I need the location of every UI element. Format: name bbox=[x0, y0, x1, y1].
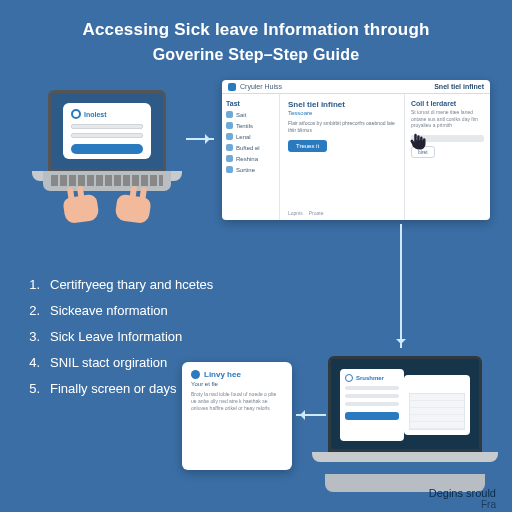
menu-icon bbox=[226, 111, 233, 118]
laptop-screen: Inolest bbox=[48, 90, 166, 172]
infocard-heading: Linvy hee bbox=[191, 370, 283, 379]
menu-icon bbox=[226, 133, 233, 140]
page-title: Accessing Sick leave Information through bbox=[0, 0, 512, 46]
step-5-laptop: Srushmer bbox=[312, 356, 498, 484]
laptop2-screen: Srushmer bbox=[328, 356, 482, 452]
menu-icon bbox=[226, 122, 233, 129]
brand-logo: Inolest bbox=[71, 109, 107, 119]
main-heading: Snel tiel infinet bbox=[288, 100, 396, 109]
portal-main: Snel tiel infinet Tessoare Flair atfocos… bbox=[280, 94, 404, 220]
text-line bbox=[345, 386, 399, 390]
sidebar-item[interactable]: Reshina bbox=[226, 155, 275, 162]
hand-cursor-icon bbox=[408, 132, 428, 152]
app-icon bbox=[228, 83, 236, 91]
sidebar-item[interactable]: Sortine bbox=[226, 166, 275, 173]
main-paragraph: Flair atfocos by smbirbit phrecorfrs oae… bbox=[288, 120, 396, 134]
login-button[interactable] bbox=[71, 144, 143, 154]
sidebar-item[interactable]: Bufted el bbox=[226, 144, 275, 151]
footer-caption: Degins srould Fra bbox=[429, 487, 496, 510]
right-heading: Coil t lerdaret bbox=[411, 100, 484, 107]
menu-icon bbox=[226, 166, 233, 173]
main-sublink[interactable]: Tessoare bbox=[288, 110, 396, 116]
infocard-sub: Your et fle bbox=[191, 381, 283, 387]
arrow-down-icon bbox=[400, 224, 402, 348]
username-field[interactable] bbox=[71, 124, 143, 129]
text-line bbox=[345, 402, 399, 406]
sidebar-item[interactable]: Tentils bbox=[226, 122, 275, 129]
text-line bbox=[345, 394, 399, 398]
result-panel-right bbox=[404, 375, 470, 435]
window-title: Cryuler Huiss bbox=[240, 83, 282, 90]
step-2-portal: Cryuler Huiss Snel tiel infinet Tast Sai… bbox=[222, 80, 490, 220]
list-item: 2.Sickeave nformation bbox=[24, 298, 213, 324]
panel-brand: Srushmer bbox=[356, 375, 384, 381]
step-4-infocard: Linvy hee Your et fle Broty la nad ioble… bbox=[182, 362, 292, 470]
sidebar-item[interactable]: Sait bbox=[226, 111, 275, 118]
logo-ring-icon bbox=[345, 374, 353, 382]
left-hand-icon bbox=[62, 194, 99, 224]
list-item: 1.Certifryeeg thary and hcetes bbox=[24, 272, 213, 298]
login-card: Inolest bbox=[63, 103, 151, 159]
tab[interactable]: Lopnis bbox=[288, 210, 303, 216]
step-1-laptop: Inolest bbox=[32, 90, 182, 202]
portal-sidebar: Tast Sait Tentils Lenal Bufted el Reshin… bbox=[222, 94, 280, 220]
data-grid bbox=[409, 393, 465, 430]
tab-bar: Lopnis Proate bbox=[288, 210, 323, 216]
tab[interactable]: Proate bbox=[309, 210, 324, 216]
keyboard-icon bbox=[43, 171, 171, 191]
infocard-body: Broty la nad ioble foual uf noede o plte… bbox=[191, 391, 283, 411]
result-panel-left: Srushmer bbox=[340, 369, 404, 441]
arrow-right-icon bbox=[186, 138, 214, 140]
right-text: St iorust di mene titee laned ontane sus… bbox=[411, 109, 484, 129]
portal-right-panel: Coil t lerdaret St iorust di mene titee … bbox=[404, 94, 490, 220]
sidebar-header: Tast bbox=[226, 100, 275, 107]
panel-heading: Snel tiel infinet bbox=[434, 83, 484, 90]
page-subtitle: Goverine Step–Step Guide bbox=[0, 46, 512, 78]
brand-name: Inolest bbox=[84, 111, 107, 118]
right-hand-icon bbox=[114, 194, 151, 224]
window-titlebar: Cryuler Huiss Snel tiel infinet bbox=[222, 80, 490, 94]
primary-cta-button[interactable]: Treues it bbox=[288, 140, 327, 152]
password-field[interactable] bbox=[71, 133, 143, 138]
menu-icon bbox=[226, 144, 233, 151]
info-dot-icon bbox=[191, 370, 200, 379]
panel-button[interactable] bbox=[345, 412, 399, 420]
menu-icon bbox=[226, 155, 233, 162]
logo-ring-icon bbox=[71, 109, 81, 119]
list-item: 3.Sick Leave Information bbox=[24, 324, 213, 350]
sidebar-item[interactable]: Lenal bbox=[226, 133, 275, 140]
